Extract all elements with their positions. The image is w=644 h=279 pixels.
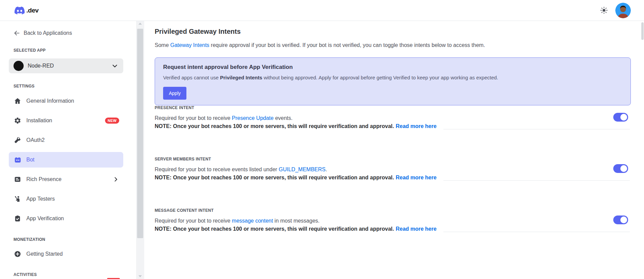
- back-arrow-icon: [14, 30, 20, 36]
- scroll-down-arrow-icon[interactable]: [138, 275, 142, 277]
- user-avatar[interactable]: [615, 3, 631, 18]
- app-avatar: [14, 61, 24, 71]
- message-content-link[interactable]: message content: [232, 218, 273, 224]
- read-more-link[interactable]: Read more here: [396, 175, 437, 180]
- intent-description: Required for your bot to receive events …: [155, 166, 631, 174]
- sidebar-item-label: Installation: [26, 118, 105, 124]
- alert-body-pre: Verified apps cannot use: [163, 75, 220, 80]
- monetization-heading: MONETIZATION: [14, 237, 123, 242]
- intent-label: MESSAGE CONTENT INTENT: [155, 208, 631, 213]
- desc-pre: Required for your bot to receive: [155, 218, 232, 224]
- sidebar-item-app-testers[interactable]: App Testers: [9, 191, 123, 207]
- sidebar-item-label: General Information: [26, 98, 119, 104]
- intent-note: NOTE: Once your bot reaches 100 or more …: [155, 225, 437, 233]
- theme-toggle-button[interactable]: [598, 5, 609, 16]
- desc-post: events.: [274, 115, 292, 121]
- intent-approval-alert: Request intent approval before App Verif…: [155, 57, 631, 105]
- settings-heading: SETTINGS: [14, 84, 123, 88]
- back-link-label: Back to Applications: [24, 30, 72, 36]
- page-title: Privileged Gateway Intents: [155, 27, 631, 36]
- sidebar-item-label: Bot: [26, 157, 119, 163]
- intent-description: Required for your bot to receive Presenc…: [155, 114, 631, 122]
- toggle-knob: [620, 114, 627, 121]
- main-scrollbar-thumb[interactable]: [641, 22, 644, 40]
- alert-title: Request intent approval before App Verif…: [163, 63, 622, 71]
- presence-intent-section: PRESENCE INTENT Required for your bot to…: [155, 105, 631, 130]
- selected-app-heading: SELECTED APP: [14, 48, 123, 53]
- intent-label: SERVER MEMBERS INTENT: [155, 157, 631, 161]
- intent-description: Required for your bot to receive message…: [155, 217, 631, 225]
- discord-logo-icon: [14, 5, 26, 16]
- note-text: NOTE: Once your bot reaches 100 or more …: [155, 123, 394, 129]
- desc-pre: Required for your bot to receive: [155, 115, 232, 121]
- chevron-right-icon: [112, 176, 119, 183]
- settings-nav: General Information Installation NEW OAu…: [14, 93, 123, 226]
- intro-pre: Some: [155, 42, 170, 48]
- intent-note-row: NOTE: Once your bot reaches 100 or more …: [155, 225, 631, 233]
- note-text: NOTE: Once your bot reaches 100 or more …: [155, 226, 394, 232]
- sidebar-item-label: App Verification: [26, 215, 119, 222]
- app-testers-icon: [14, 195, 22, 203]
- sidebar-scrollbar-thumb[interactable]: [137, 29, 143, 238]
- desc-post: .: [326, 167, 327, 172]
- app-selector-dropdown[interactable]: Node-RED: [9, 58, 123, 73]
- presence-intent-toggle[interactable]: [613, 113, 628, 122]
- sidebar-item-label: Rich Presence: [26, 176, 112, 182]
- sidebar-item-oauth2[interactable]: OAuth2: [9, 132, 123, 148]
- sidebar-item-label: App Testers: [26, 196, 119, 202]
- chevron-down-icon: [111, 62, 119, 70]
- read-more-link[interactable]: Read more here: [396, 226, 437, 232]
- intent-note: NOTE: Once your bot reaches 100 or more …: [155, 174, 437, 182]
- rich-presence-icon: [14, 175, 22, 183]
- toggle-knob: [620, 217, 627, 223]
- activities-heading: ACTIVITIES: [14, 272, 123, 277]
- guild-members-link[interactable]: GUILD_MEMBERS: [279, 167, 326, 172]
- sidebar-item-app-verification[interactable]: App Verification: [9, 211, 123, 226]
- app-verification-icon: [14, 214, 22, 223]
- main-content: Privileged Gateway Intents Some Gateway …: [144, 21, 644, 279]
- intent-note-row: NOTE: Once your bot reaches 100 or more …: [155, 174, 631, 182]
- intent-label: PRESENCE INTENT: [155, 105, 631, 110]
- scroll-up-arrow-icon[interactable]: [138, 23, 142, 25]
- sidebar-item-installation[interactable]: Installation NEW: [9, 113, 123, 128]
- alert-body-post: without being approved. Apply for approv…: [262, 75, 498, 80]
- wrench-icon: [14, 136, 22, 144]
- desc-post: in most messages.: [273, 218, 319, 224]
- section-divider: [443, 232, 630, 232]
- read-more-link[interactable]: Read more here: [396, 123, 437, 129]
- sidebar-item-rich-presence[interactable]: Rich Presence: [9, 172, 123, 187]
- back-to-applications-link[interactable]: Back to Applications: [14, 30, 123, 36]
- message-content-intent-toggle[interactable]: [613, 215, 628, 224]
- sidebar-item-label: Getting Started: [26, 251, 119, 257]
- note-text: NOTE: Once your bot reaches 100 or more …: [155, 175, 394, 180]
- server-members-intent-toggle[interactable]: [613, 164, 628, 173]
- sun-icon: [600, 6, 608, 15]
- app-shell: Back to Applications SELECTED APP Node-R…: [0, 21, 644, 279]
- section-divider: [443, 129, 630, 129]
- sidebar-item-label: OAuth2: [26, 137, 119, 143]
- plus-circle-icon: [14, 250, 22, 258]
- intro-post: require approval if your bot is verified…: [209, 42, 485, 48]
- bot-icon: [14, 156, 22, 164]
- presence-update-link[interactable]: Presence Update: [232, 115, 274, 121]
- brand[interactable]: .dev: [14, 5, 38, 16]
- app-name: Node-RED: [28, 63, 111, 69]
- sidebar-item-bot[interactable]: Bot: [9, 152, 123, 168]
- server-members-intent-section: SERVER MEMBERS INTENT Required for your …: [155, 157, 631, 182]
- home-icon: [14, 97, 22, 105]
- gateway-intents-link[interactable]: Gateway Intents: [170, 42, 209, 48]
- section-divider: [443, 180, 630, 181]
- sidebar-item-general-information[interactable]: General Information: [9, 93, 123, 109]
- intent-note: NOTE: Once your bot reaches 100 or more …: [155, 122, 437, 130]
- alert-body: Verified apps cannot use Privileged Inte…: [163, 74, 622, 81]
- alert-body-bold: Privileged Intents: [220, 75, 262, 80]
- sidebar-item-getting-started[interactable]: Getting Started: [9, 246, 123, 262]
- gear-icon: [14, 117, 22, 125]
- brand-suffix: .dev: [26, 7, 38, 14]
- message-content-intent-section: MESSAGE CONTENT INTENT Required for your…: [155, 208, 631, 233]
- desc-pre: Required for your bot to receive events …: [155, 167, 279, 172]
- sidebar: Back to Applications SELECTED APP Node-R…: [0, 21, 136, 279]
- sidebar-scrollbar[interactable]: [136, 21, 144, 279]
- new-badge: NEW: [105, 118, 119, 124]
- apply-button[interactable]: Apply: [163, 87, 186, 100]
